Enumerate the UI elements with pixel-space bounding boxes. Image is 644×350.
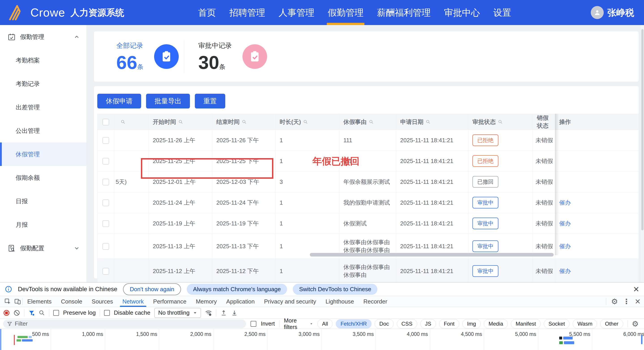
nav-item[interactable]: 假勤管理 [321, 0, 370, 25]
sidebar-item[interactable]: 考勤档案 [0, 48, 86, 72]
devtools-tab[interactable]: Console [56, 296, 87, 307]
column-search-icon[interactable] [242, 120, 247, 124]
import-har-icon[interactable] [220, 310, 227, 316]
invert-checkbox[interactable] [250, 321, 256, 327]
nav-item[interactable]: 设置 [486, 0, 518, 25]
inspect-element-icon[interactable] [3, 296, 12, 307]
action-button[interactable]: 休假申请 [97, 94, 141, 108]
column-header[interactable]: 销假状态 [533, 114, 555, 130]
sidebar-item[interactable]: 公出管理 [0, 119, 86, 142]
settings-gear-icon[interactable]: ⚙ [611, 298, 618, 305]
row-checkbox[interactable] [102, 200, 109, 206]
devtools-tab[interactable]: Recorder [358, 296, 392, 307]
row-checkbox[interactable] [102, 158, 109, 164]
request-type-chip[interactable]: Font [439, 319, 459, 328]
column-search-icon[interactable] [178, 120, 183, 124]
devtools-tab[interactable]: Memory [191, 296, 222, 307]
match-language-button[interactable]: Always match Chrome's language [187, 284, 287, 295]
column-search-icon[interactable] [498, 120, 503, 124]
sidebar-item[interactable]: 考勤记录 [0, 72, 86, 96]
row-checkbox[interactable] [102, 137, 109, 144]
sidebar-item[interactable]: 休假管理 [0, 142, 86, 166]
sidebar-group-attendance[interactable]: 假勤管理 [0, 25, 86, 48]
request-type-chip[interactable]: Other [600, 319, 623, 328]
request-type-chip[interactable]: JS [420, 319, 436, 328]
column-search-icon[interactable] [120, 120, 126, 124]
column-header[interactable]: 申请日期 [396, 114, 468, 130]
network-settings-gear-icon[interactable]: ⚙ [632, 320, 639, 328]
request-type-chip[interactable]: Img [462, 319, 481, 328]
clear-network-log-icon[interactable] [14, 310, 20, 316]
request-type-chip[interactable]: CSS [397, 319, 417, 328]
devtools-tab[interactable]: Privacy and security [260, 296, 321, 307]
request-type-chip[interactable]: Doc [375, 319, 394, 328]
column-header[interactable]: 结束时间 [212, 114, 276, 130]
network-timeline[interactable]: 500 ms1,000 ms1,500 ms2,000 ms2,500 ms3,… [0, 329, 644, 350]
sidebar-item[interactable]: 日报 [0, 190, 86, 213]
column-search-icon[interactable] [426, 120, 430, 124]
request-type-chip[interactable]: Media [484, 319, 508, 328]
infobar-close-icon[interactable]: × [633, 284, 639, 294]
page-scrollbar-thumb[interactable] [641, 29, 644, 230]
row-checkbox[interactable] [102, 243, 109, 250]
device-toolbar-icon[interactable] [12, 296, 22, 307]
page-scrollbar-track[interactable] [641, 25, 644, 282]
preserve-log-checkbox[interactable] [53, 310, 59, 316]
action-button[interactable]: 批量导出 [146, 94, 190, 108]
request-type-chip[interactable]: All [318, 319, 333, 328]
nav-item[interactable]: 人事管理 [272, 0, 321, 25]
filter-input-box[interactable] [3, 320, 246, 328]
sidebar-item[interactable]: 假期余额 [0, 166, 86, 190]
devtools-tab[interactable]: Network [118, 296, 148, 307]
nav-item[interactable]: 首页 [191, 0, 222, 25]
filter-funnel-icon[interactable] [28, 310, 35, 316]
request-type-chip[interactable]: Fetch/XHR [336, 319, 371, 328]
devtools-tab[interactable]: Performance [148, 296, 191, 307]
user-menu[interactable]: 张峥税 [591, 6, 644, 19]
request-type-chip[interactable]: Wasm [573, 319, 597, 328]
preserve-log-label[interactable]: Preserve log [63, 309, 96, 316]
export-har-icon[interactable] [231, 310, 238, 316]
record-network-log-icon[interactable] [4, 310, 10, 316]
column-header[interactable]: 休假事由 [339, 114, 396, 130]
dont-show-again-button[interactable]: Don't show again [123, 283, 181, 295]
sidebar-group-config[interactable]: 假勤配置 [0, 236, 86, 260]
column-header[interactable]: 时长(天) [276, 114, 339, 130]
network-conditions-icon[interactable] [205, 309, 212, 316]
filter-input[interactable] [15, 320, 242, 327]
more-filters-button[interactable]: More filters [284, 317, 313, 330]
row-checkbox[interactable] [102, 268, 109, 275]
column-header[interactable] [114, 114, 149, 130]
devtools-tab[interactable]: Sources [87, 296, 118, 307]
remind-link[interactable]: 催办 [559, 220, 571, 227]
devtools-tab[interactable]: Elements [22, 296, 56, 307]
action-button[interactable]: 重置 [195, 94, 225, 108]
remind-link[interactable]: 催办 [559, 199, 571, 206]
sidebar-item[interactable]: 出差管理 [0, 96, 86, 119]
more-options-icon[interactable]: ⋮ [623, 298, 630, 305]
column-header[interactable]: 操作 [555, 114, 639, 130]
nav-item[interactable]: 薪酬福利管理 [370, 0, 437, 25]
nav-item[interactable]: 招聘管理 [222, 0, 272, 25]
row-checkbox[interactable] [102, 179, 109, 186]
horizontal-scrollbar[interactable] [310, 253, 554, 256]
select-all-checkbox[interactable] [102, 119, 109, 126]
throttling-select[interactable]: No throttling [154, 308, 201, 318]
disable-cache-label[interactable]: Disable cache [114, 309, 150, 316]
request-type-chip[interactable]: Socket [544, 319, 570, 328]
remind-link[interactable]: 催办 [559, 268, 571, 274]
devtools-tab[interactable]: Lighthouse [321, 296, 358, 307]
column-search-icon[interactable] [303, 120, 308, 124]
switch-language-button[interactable]: Switch DevTools to Chinese [293, 284, 377, 295]
devtools-tab[interactable]: Application [222, 296, 259, 307]
invert-label[interactable]: Invert [261, 320, 275, 327]
sidebar-item[interactable]: 月报 [0, 213, 86, 236]
column-header[interactable]: 审批状态 [468, 114, 533, 130]
row-checkbox[interactable] [102, 220, 109, 227]
search-icon[interactable] [39, 310, 45, 316]
column-header[interactable]: 开始时间 [149, 114, 212, 130]
remind-link[interactable]: 催办 [559, 243, 571, 250]
column-search-icon[interactable] [369, 120, 374, 124]
nav-item[interactable]: 审批中心 [437, 0, 486, 25]
request-type-chip[interactable]: Manifest [511, 319, 541, 328]
